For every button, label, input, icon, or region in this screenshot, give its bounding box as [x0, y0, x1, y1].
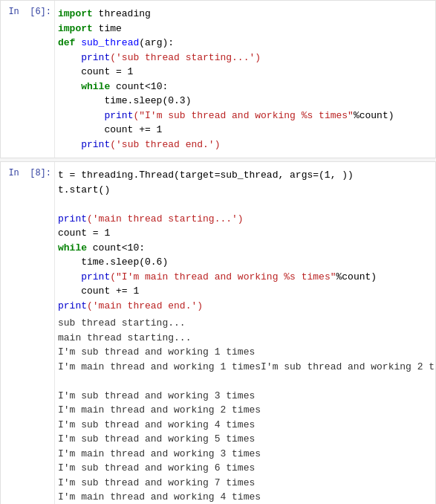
output-line: I'm main thread and working 3 times [58, 447, 429, 462]
cell-1-label: In [6]: [1, 1, 54, 158]
output-line: I'm main thread and working 1 timesI'm s… [58, 360, 429, 375]
output-line: I'm sub thread and working 1 times [58, 345, 429, 360]
code-line: while count<10: [58, 80, 429, 94]
code-line: import threading [58, 7, 429, 22]
output-line: I'm sub thread and working 4 times [58, 418, 429, 433]
code-line: time.sleep(0.3) [58, 94, 429, 109]
output-line: I'm sub thread and working 3 times [58, 389, 429, 404]
code-line: print("I'm main thread and working %s ti… [58, 270, 429, 285]
code-line: count += 1 [58, 123, 429, 138]
output-line: I'm sub thread and working 7 times [58, 476, 429, 491]
code-line: t.start() [58, 183, 429, 198]
output-line [58, 374, 429, 389]
output-section: sub thread starting... main thread start… [58, 316, 429, 504]
output-line: I'm sub thread and working 5 times [58, 432, 429, 447]
output-line: sub thread starting... [58, 316, 429, 331]
output-line: I'm sub thread and working 6 times [58, 461, 429, 476]
code-line: print('main thread starting...') [58, 212, 429, 227]
output-line: I'm main thread and working 2 times [58, 403, 429, 418]
code-line: count = 1 [58, 65, 429, 80]
code-line: print('sub thread starting...') [58, 51, 429, 65]
code-line [58, 197, 429, 212]
output-line: I'm main thread and working 4 times [58, 490, 429, 504]
cell-1: In [6]: import threading import time def… [0, 0, 436, 158]
code-line: time.sleep(0.6) [58, 255, 429, 270]
output-line: main thread starting... [58, 331, 429, 346]
code-line: import time [58, 22, 429, 36]
cell-2: In [8]: t = threading.Thread(target=sub_… [0, 161, 436, 504]
code-line: def sub_thread(arg): [58, 36, 429, 51]
code-line: count += 1 [58, 284, 429, 299]
code-line: count = 1 [58, 226, 429, 241]
code-line: print("I'm sub thread and working %s tim… [58, 109, 429, 123]
code-line: t = threading.Thread(target=sub_thread, … [58, 168, 429, 183]
code-line: print('main thread end.') [58, 299, 429, 314]
notebook: In [6]: import threading import time def… [0, 0, 436, 504]
cell-1-content[interactable]: import threading import time def sub_thr… [54, 1, 435, 158]
cell-2-label: In [8]: [1, 162, 54, 504]
code-line: print('sub thread end.') [58, 138, 429, 152]
cell-2-content[interactable]: t = threading.Thread(target=sub_thread, … [54, 162, 435, 504]
code-line: while count<10: [58, 241, 429, 256]
